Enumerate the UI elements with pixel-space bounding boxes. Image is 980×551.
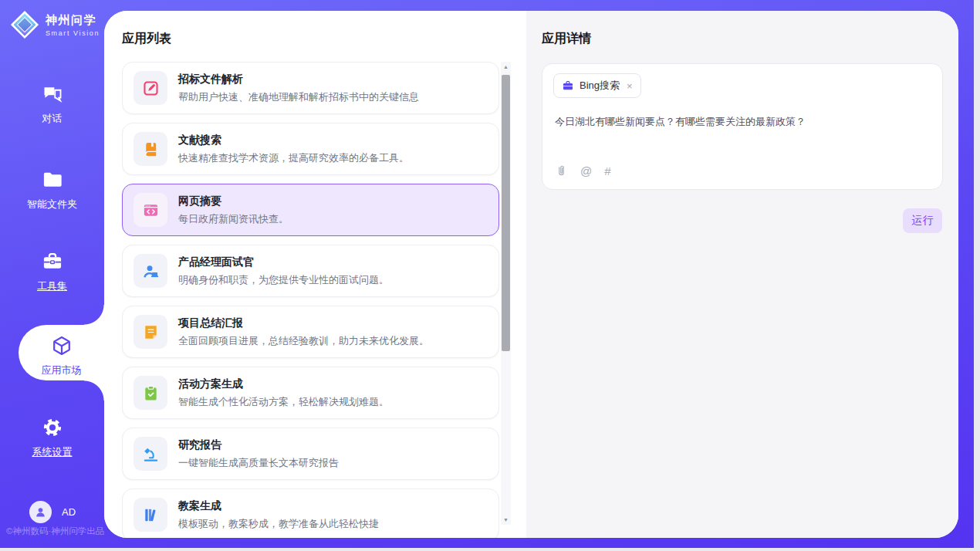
app-card[interactable]: 招标文件解析帮助用户快速、准确地理解和解析招标书中的关键信息 [122, 62, 499, 114]
browser-code-icon [133, 193, 167, 227]
books-icon [133, 498, 167, 532]
attachment-toolbar: @ # [555, 164, 611, 177]
hash-icon[interactable]: # [604, 164, 610, 177]
sidebar-item-settings[interactable]: 系统设置 [0, 417, 104, 459]
app-card-desc: 帮助用户快速、准确地理解和解析招标书中的关键信息 [178, 90, 419, 104]
app-card-title: 文献搜索 [178, 134, 409, 147]
briefcase-icon [562, 79, 574, 92]
tool-chip-bing[interactable]: Bing搜索 × [553, 73, 641, 98]
app-card[interactable]: 文献搜索快速精准查找学术资源，提高研究效率的必备工具。 [122, 123, 499, 175]
app-card[interactable]: 产品经理面试官明确身份和职责，为您提供专业性的面试问题。 [122, 245, 499, 297]
app-card-desc: 每日政府新闻资讯快查。 [178, 212, 289, 226]
app-card-title: 活动方案生成 [178, 377, 389, 391]
app-card[interactable]: 活动方案生成智能生成个性化活动方案，轻松解决规划难题。 [122, 367, 499, 419]
sidebar-item-label: 系统设置 [0, 445, 104, 459]
app-detail-panel: 应用详情 Bing搜索 × 今日湖北有哪些新闻要点？有哪些需要关注的最新政策？ [526, 11, 958, 538]
scrollbar-thumb[interactable] [502, 75, 510, 351]
brand-logo: 神州问学 Smart Vision [8, 8, 100, 41]
app-card-title: 教案生成 [178, 499, 379, 513]
app-card[interactable]: 教案生成模板驱动，教案秒成，教学准备从此轻松快捷 [122, 488, 499, 538]
app-card-list: 招标文件解析帮助用户快速、准确地理解和解析招标书中的关键信息文献搜索快速精准查找… [122, 62, 499, 538]
app-detail-title: 应用详情 [542, 31, 591, 47]
app-card-desc: 模板驱动，教案秒成，教学准备从此轻松快捷 [178, 517, 379, 531]
sidebar-item-chat[interactable]: 对话 [0, 83, 104, 126]
sidebar-item-label: 工具集 [0, 279, 104, 293]
clipboard-check-icon [133, 376, 167, 410]
pen-square-icon [133, 71, 167, 105]
app-card-title: 项目总结汇报 [178, 316, 429, 330]
scrollbar[interactable]: ▲ ▼ [501, 62, 511, 525]
brand-name: 神州问学 [46, 13, 100, 28]
copyright: ©神州数码·神州问学出品 [6, 526, 104, 537]
tool-chip-label: Bing搜索 [580, 79, 620, 93]
prompt-text[interactable]: 今日湖北有哪些新闻要点？有哪些需要关注的最新政策？ [555, 115, 930, 129]
content-window: 应用列表 招标文件解析帮助用户快速、准确地理解和解析招标书中的关键信息文献搜索快… [104, 11, 958, 538]
app-card-title: 产品经理面试官 [178, 255, 389, 269]
sidebar-item-label: 智能文件夹 [0, 198, 104, 211]
sidebar-item-tools[interactable]: 工具集 [0, 251, 104, 293]
app-card-desc: 智能生成个性化活动方案，轻松解决规划难题。 [178, 395, 389, 409]
sidebar-item-folders[interactable]: 智能文件夹 [0, 169, 104, 211]
app-card-desc: 一键智能生成高质量长文本研究报告 [178, 456, 339, 470]
brand-subtitle: Smart Vision [46, 29, 100, 37]
book-icon [133, 132, 167, 166]
user-account[interactable]: AD [29, 501, 76, 523]
gear-icon [42, 428, 63, 441]
app-card-desc: 全面回顾项目进展，总结经验教训，助力未来优化发展。 [178, 334, 429, 348]
scroll-up-icon[interactable]: ▲ [501, 62, 511, 72]
chat-icon [42, 94, 63, 107]
app-list-title: 应用列表 [122, 31, 171, 47]
sidebar-item-label: 应用市场 [19, 363, 104, 377]
app-frame: 神州问学 Smart Vision 对话智能文件夹工具集应用市场系统设置 AD … [0, 0, 974, 548]
avatar [29, 501, 52, 523]
paperclip-icon[interactable] [555, 164, 568, 177]
chip-close-icon[interactable]: × [627, 80, 633, 92]
app-card-title: 招标文件解析 [178, 73, 419, 86]
app-card[interactable]: 网页摘要每日政府新闻资讯快查。 [122, 184, 499, 236]
app-card[interactable]: 项目总结汇报全面回顾项目进展，总结经验教训，助力未来优化发展。 [122, 306, 499, 358]
sidebar: 神州问学 Smart Vision 对话智能文件夹工具集应用市场系统设置 AD … [0, 0, 104, 548]
person-icon [34, 505, 47, 519]
at-icon[interactable]: @ [580, 164, 592, 177]
scroll-down-icon[interactable]: ▼ [501, 515, 511, 525]
app-list-panel: 应用列表 招标文件解析帮助用户快速、准确地理解和解析招标书中的关键信息文献搜索快… [104, 11, 526, 538]
run-button[interactable]: 运行 [903, 208, 942, 233]
brand-diamond-icon [8, 8, 41, 41]
user-initials: AD [62, 506, 76, 518]
cube-icon [51, 346, 73, 359]
app-card-desc: 明确身份和职责，为您提供专业性的面试问题。 [178, 273, 389, 287]
prompt-card[interactable]: Bing搜索 × 今日湖北有哪些新闻要点？有哪些需要关注的最新政策？ @ # [542, 63, 943, 190]
app-card-title: 研究报告 [178, 438, 339, 452]
app-card-title: 网页摘要 [178, 194, 289, 208]
note-icon [133, 315, 167, 349]
toolbox-icon [42, 262, 63, 275]
folder-icon [42, 180, 63, 193]
sidebar-item-market[interactable]: 应用市场 [19, 325, 104, 380]
app-card[interactable]: 研究报告一键智能生成高质量长文本研究报告 [122, 428, 499, 480]
interviewer-icon [133, 254, 167, 288]
sidebar-item-label: 对话 [0, 112, 104, 126]
microscope-icon [133, 437, 167, 471]
app-card-desc: 快速精准查找学术资源，提高研究效率的必备工具。 [178, 151, 409, 165]
